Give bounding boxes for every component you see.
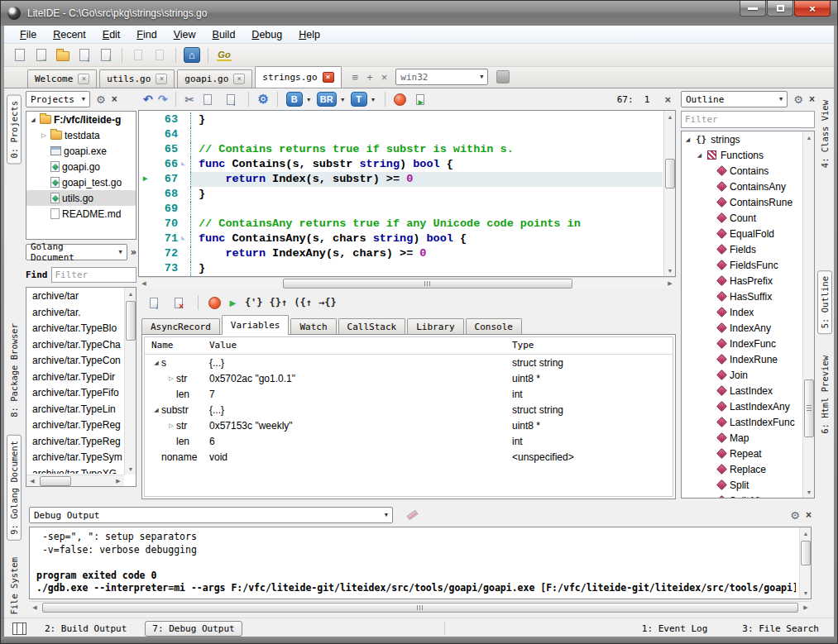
redo-icon[interactable]: ↷ — [158, 93, 168, 106]
open-folder-button[interactable] — [54, 46, 72, 64]
outline-function-row[interactable]: IndexRune — [682, 351, 814, 367]
code-line[interactable]: 73} — [139, 261, 663, 276]
line-number[interactable]: 66 — [151, 157, 181, 172]
code-line[interactable]: ►67 return Index(s, substr) >= 0 — [139, 172, 663, 187]
outline-function-row[interactable]: LastIndexAny — [682, 398, 814, 414]
side-tab[interactable]: 8: Package Browser — [7, 318, 21, 422]
tree-item[interactable]: ▷ testdata — [26, 127, 136, 143]
debug-tab[interactable]: Watch — [290, 318, 336, 335]
cut-icon[interactable]: ✂ — [184, 93, 194, 106]
output-hscrollbar[interactable]: ◀ ▶ — [29, 601, 812, 613]
scroll-right-icon[interactable]: ▶ — [664, 278, 676, 289]
build-config-gear-icon[interactable]: ⚙ — [257, 92, 268, 107]
document-list-hscrollbar[interactable]: ◀ ▶ — [26, 475, 124, 486]
output-combo[interactable]: Debug Output ▼ — [29, 507, 393, 523]
gear-icon[interactable]: ⚙ — [790, 509, 800, 522]
tree-item[interactable]: goapi.go — [26, 159, 136, 174]
line-number[interactable]: 64 — [151, 127, 181, 142]
line-number[interactable]: 73 — [151, 261, 181, 276]
load-debug-button[interactable]: ↓ — [145, 293, 163, 312]
variable-row[interactable]: len 7 int — [145, 386, 673, 402]
clear-output-icon[interactable] — [406, 510, 418, 520]
close-panel-icon[interactable]: × — [806, 509, 812, 521]
fold-icon[interactable] — [181, 187, 191, 202]
editor-hscrollbar[interactable]: ◀ ▶ — [138, 277, 676, 289]
list-item[interactable]: archive/tar.TypeDir — [27, 370, 123, 386]
outline-function-row[interactable]: HasSuffix — [682, 289, 814, 304]
scroll-thumb[interactable] — [42, 603, 798, 613]
outline-function-row[interactable]: IndexFunc — [682, 336, 814, 351]
status-panel-button[interactable]: 1: Event Log — [635, 622, 714, 636]
outline-function-row[interactable]: SplitAfter — [682, 493, 814, 499]
continue-icon[interactable]: ► — [227, 297, 238, 309]
close-document-icon[interactable]: × — [664, 93, 671, 106]
chevron-down-icon[interactable]: ▼ — [306, 97, 312, 103]
fold-icon[interactable] — [181, 246, 191, 261]
debug-tab[interactable]: Console — [466, 318, 522, 335]
list-item[interactable]: archive/tar.TypeLin — [27, 402, 123, 418]
document-tab[interactable]: utils.go × — [99, 69, 175, 88]
outline-function-row[interactable]: LastIndexFunc — [682, 414, 814, 430]
stop-debug-button[interactable]: × — [170, 293, 188, 312]
expander-icon[interactable]: ◢ — [151, 407, 161, 413]
title-bar[interactable]: LiteIDE - C:\Go\src\pkg\strings\strings.… — [1, 1, 837, 26]
list-item[interactable]: archive/tar.TypeSym — [27, 450, 123, 466]
fold-icon[interactable]: ◣ — [181, 157, 191, 172]
line-number[interactable]: 72 — [151, 246, 181, 261]
build-run-button[interactable]: BR — [317, 92, 337, 107]
list-item[interactable]: archive/tar.TypeCha — [27, 337, 123, 354]
gear-icon[interactable]: ⚙ — [793, 93, 803, 106]
paste-button[interactable]: ↓ — [222, 90, 240, 108]
variable-row[interactable]: ▷ str 0x57153c "weekly" uint8 * — [145, 417, 673, 433]
step-out-icon[interactable]: ({↑ — [294, 297, 312, 308]
code-line[interactable]: 65// Contains returns true if substr is … — [139, 142, 663, 157]
line-number[interactable]: 63 — [151, 112, 181, 127]
new-file-button[interactable] — [11, 46, 29, 64]
expander-icon[interactable]: ◢ — [696, 152, 703, 159]
side-tab[interactable]: File System — [7, 552, 21, 620]
document-tab[interactable]: Welcome × — [27, 69, 97, 88]
outline-function-row[interactable]: IndexAny — [682, 320, 814, 336]
open-file-button[interactable]: → — [32, 46, 50, 64]
list-item[interactable]: archive/tar.TypeXG — [27, 466, 123, 475]
outline-function-row[interactable]: Repeat — [682, 446, 814, 461]
tree-item[interactable]: goapi.exe — [26, 143, 136, 159]
scroll-up-icon[interactable]: ▲ — [664, 111, 676, 122]
tree-item[interactable]: ◢ F:/vfc/liteide-g — [26, 112, 136, 127]
fold-icon[interactable] — [181, 217, 191, 231]
line-number[interactable]: 70 — [151, 217, 181, 231]
code-line[interactable]: 71◣func ContainsAny(s, chars string) boo… — [139, 231, 663, 246]
side-tab[interactable]: 4: Class View — [818, 95, 831, 173]
menu-item[interactable]: Build — [205, 27, 243, 42]
debug-tab[interactable]: Variables — [222, 315, 290, 335]
run-file-button[interactable]: ► — [411, 90, 429, 108]
line-number[interactable]: 67 — [151, 172, 181, 187]
outline-function-row[interactable]: Join — [682, 367, 814, 383]
scroll-thumb[interactable] — [665, 159, 675, 188]
outline-group-row[interactable]: ◢ Functions — [682, 147, 814, 163]
document-tab[interactable]: strings.go × — [255, 66, 341, 88]
line-number[interactable]: 68 — [151, 187, 181, 202]
outline-function-row[interactable]: ContainsRune — [682, 194, 814, 210]
golang-document-combo[interactable]: Golang Document ▼ — [26, 244, 127, 260]
variable-row[interactable]: ◢ s {...} struct string — [145, 355, 673, 370]
debug-tab[interactable]: CallStack — [338, 318, 406, 335]
outline-function-row[interactable]: HasPrefix — [682, 273, 814, 289]
document-tab[interactable]: goapi.go × — [177, 69, 252, 88]
chevron-down-icon[interactable]: ▼ — [371, 97, 376, 103]
more-button[interactable]: » — [131, 246, 136, 258]
scroll-thumb[interactable] — [40, 476, 71, 486]
side-tab[interactable]: 9: Golang Document — [7, 435, 22, 541]
target-combo[interactable]: win32 ▼ — [395, 69, 488, 85]
list-item[interactable]: archive/tar.TypeBlo — [27, 321, 123, 337]
debug-output-box[interactable]: -sep=", ": setup separators -v=false: ve… — [29, 527, 812, 599]
close-tab-icon[interactable]: × — [156, 74, 167, 84]
stop-icon[interactable] — [208, 297, 221, 309]
scroll-down-icon[interactable]: ▼ — [125, 463, 136, 475]
outline-function-row[interactable]: Contains — [682, 163, 814, 179]
variable-row[interactable]: ◢ substr {...} struct string — [145, 402, 673, 417]
outline-function-row[interactable]: Fields — [682, 241, 814, 257]
line-number[interactable]: 69 — [151, 202, 181, 217]
tree-item[interactable]: utils.go — [26, 190, 136, 206]
outline-vscrollbar[interactable]: ▲ ▼ — [802, 131, 814, 498]
